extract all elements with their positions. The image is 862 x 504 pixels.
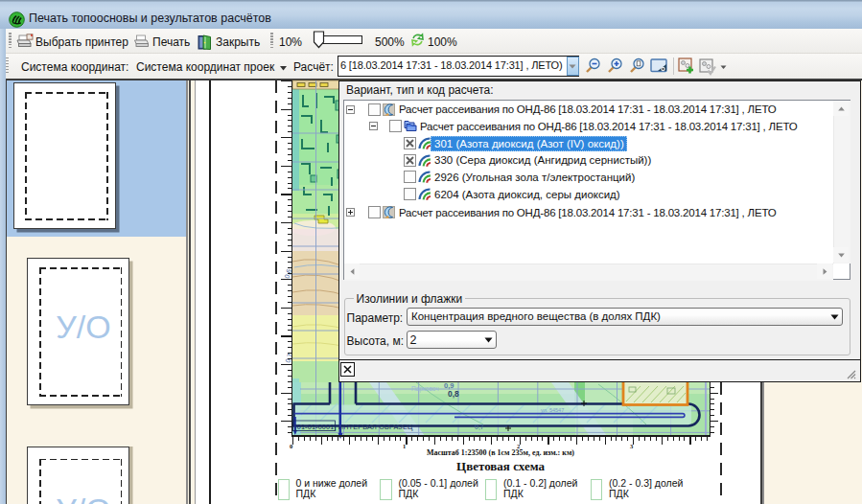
- svg-text:ул. 54547: ул. 54547: [541, 407, 564, 413]
- svg-text:[01-01-0001] ИНТЕРВАЛ ОБРАЗЕЦ: [01-01-0001] ИНТЕРВАЛ ОБРАЗЕЦ: [295, 423, 413, 431]
- svg-text:0,8: 0,8: [448, 389, 459, 399]
- svg-text:Парковоч: Парковоч: [411, 385, 439, 393]
- svg-text:0,7: 0,7: [475, 424, 484, 430]
